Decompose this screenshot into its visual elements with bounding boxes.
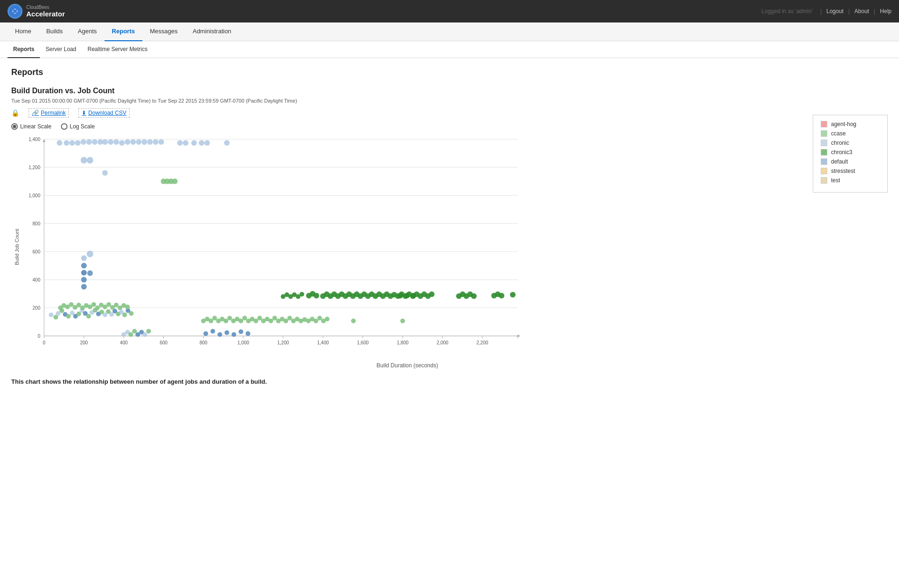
topbar-right: Logged in as 'admin' | Logout | About | … [759, 8, 892, 15]
subnav-realtime[interactable]: Realtime Server Metrics [82, 41, 153, 58]
legend-swatch [821, 140, 827, 146]
nav-builds[interactable]: Builds [39, 22, 70, 41]
legend-item: chronic [821, 140, 880, 146]
linear-scale-label: Linear Scale [20, 123, 52, 130]
svg-point-71 [81, 157, 87, 164]
svg-point-57 [119, 140, 125, 146]
date-range: Tue Sep 01 2015 00:00:00 GMT-0700 (Pacif… [11, 98, 803, 104]
log-scale-radio[interactable] [61, 123, 67, 130]
svg-point-186 [300, 292, 304, 297]
svg-point-224 [471, 293, 477, 299]
svg-point-227 [499, 293, 504, 298]
svg-text:0: 0 [43, 340, 45, 345]
chart-title: Build Duration vs. Job Count [11, 87, 803, 95]
nav-administration[interactable]: Administration [185, 22, 239, 41]
legend-label: stresstest [831, 168, 855, 174]
app-subtitle: CloudBees [26, 5, 65, 10]
svg-point-159 [284, 319, 288, 323]
svg-point-131 [142, 332, 147, 337]
legend-label: chronic [831, 140, 849, 146]
subnav-reports[interactable]: Reports [7, 41, 40, 58]
svg-point-61 [142, 139, 147, 145]
svg-point-216 [429, 291, 435, 297]
svg-point-229 [400, 319, 405, 323]
svg-point-46 [57, 140, 62, 146]
nav-home[interactable]: Home [7, 22, 39, 41]
svg-point-83 [56, 311, 60, 316]
legend-item: default [821, 158, 880, 165]
page-title: Reports [11, 67, 888, 77]
nav-messages[interactable]: Messages [142, 22, 185, 41]
nav-reports[interactable]: Reports [105, 22, 142, 41]
legend-item: agent-hog [821, 121, 880, 127]
svg-point-148 [242, 316, 247, 320]
report-main: Build Duration vs. Job Count Tue Sep 01 … [11, 87, 803, 385]
nav-agents[interactable]: Agents [70, 22, 104, 41]
download-icon: ⬇ [82, 110, 86, 116]
log-scale-option[interactable]: Log Scale [61, 123, 95, 130]
svg-point-56 [113, 139, 119, 145]
svg-point-66 [183, 140, 188, 146]
svg-point-230 [351, 319, 356, 323]
svg-point-73 [102, 170, 108, 176]
svg-point-170 [325, 317, 330, 321]
svg-point-109 [69, 302, 74, 307]
svg-point-155 [269, 319, 273, 323]
svg-text:1,200: 1,200 [29, 165, 40, 170]
svg-point-136 [172, 179, 178, 184]
svg-point-147 [239, 319, 243, 323]
svg-point-47 [64, 140, 69, 146]
svg-text:2,200: 2,200 [476, 340, 488, 345]
svg-point-124 [125, 305, 130, 309]
lock-icon: 🔒 [11, 109, 19, 117]
help-link[interactable]: Help [880, 8, 892, 15]
svg-text:1,000: 1,000 [237, 340, 249, 345]
svg-point-144 [227, 316, 232, 320]
svg-text:1,600: 1,600 [357, 340, 368, 345]
svg-point-65 [177, 140, 183, 146]
svg-text:400: 400 [32, 277, 40, 283]
permalink-link[interactable]: 🔗 Permalink [29, 108, 69, 118]
svg-text:1,200: 1,200 [277, 340, 289, 345]
svg-point-1 [13, 9, 17, 13]
svg-point-76 [81, 263, 87, 268]
logout-link[interactable]: Logout [826, 8, 844, 15]
svg-point-54 [102, 139, 108, 145]
svg-point-81 [49, 313, 53, 317]
link-icon: 🔗 [32, 110, 39, 116]
svg-text:800: 800 [32, 221, 40, 226]
svg-point-218 [404, 293, 410, 298]
svg-point-111 [76, 303, 81, 307]
svg-text:Build Job Count: Build Job Count [14, 229, 20, 265]
svg-text:400: 400 [120, 340, 128, 345]
svg-point-79 [87, 270, 93, 276]
download-csv-link[interactable]: ⬇ Download CSV [78, 108, 129, 118]
svg-point-64 [158, 139, 164, 145]
svg-point-69 [204, 140, 210, 146]
legend-item: stresstest [821, 168, 880, 174]
svg-point-168 [317, 316, 322, 320]
svg-point-116 [95, 305, 100, 310]
svg-point-174 [225, 330, 229, 335]
main-nav: Home Builds Agents Reports Messages Admi… [0, 22, 899, 41]
svg-point-127 [128, 332, 133, 337]
svg-text:2,000: 2,000 [436, 340, 448, 345]
svg-point-175 [232, 332, 236, 337]
sub-nav: Reports Server Load Realtime Server Metr… [0, 41, 899, 58]
logo-area: CloudBees Accelerator [7, 4, 65, 19]
svg-point-176 [239, 329, 243, 334]
legend-label: agent-hog [831, 121, 856, 127]
subnav-server-load[interactable]: Server Load [40, 41, 82, 58]
chart-description: This chart shows the relationship betwee… [11, 378, 803, 385]
svg-point-48 [69, 140, 75, 146]
svg-point-103 [122, 313, 127, 317]
about-link[interactable]: About [854, 8, 869, 15]
svg-text:200: 200 [80, 340, 88, 345]
logged-in-text: Logged in as 'admin' [762, 8, 813, 15]
linear-scale-radio[interactable] [11, 123, 18, 130]
legend-label: test [831, 177, 840, 184]
app-title: Accelerator [26, 10, 65, 18]
svg-point-62 [147, 139, 153, 145]
linear-scale-option[interactable]: Linear Scale [11, 123, 52, 130]
legend-label: chronic3 [831, 149, 852, 156]
